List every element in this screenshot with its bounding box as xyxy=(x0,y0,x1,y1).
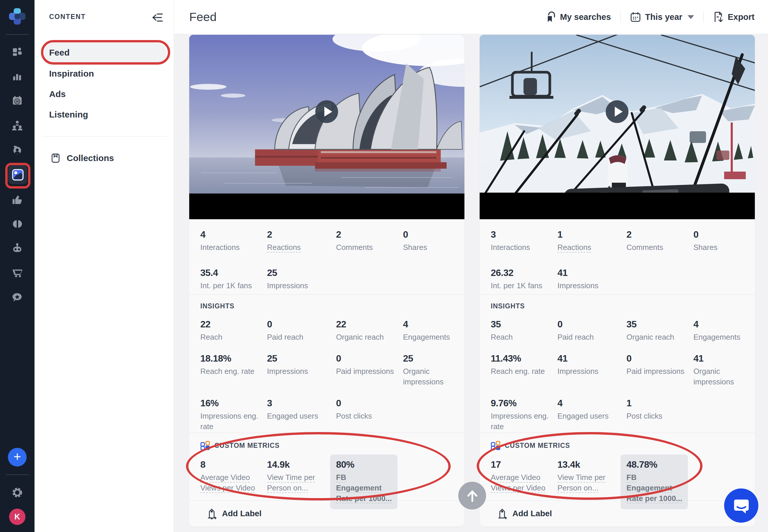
sidebar-item-commerce[interactable] xyxy=(0,266,34,280)
opera-house-artwork xyxy=(189,35,465,219)
metric-label: Paid impressions xyxy=(336,366,399,377)
custom-metrics-icon xyxy=(491,441,501,450)
metric-value: 80% xyxy=(336,459,392,470)
review-star-bubble-icon xyxy=(11,292,23,303)
video-thumbnail-opera-house[interactable] xyxy=(189,35,465,219)
metric-label: Paid impressions xyxy=(627,366,689,377)
collapse-arrow-icon xyxy=(151,13,163,23)
metric-label: Engaged users xyxy=(267,411,332,422)
metric-label: Interactions xyxy=(491,242,553,253)
sidebar-item-feed[interactable]: Feed xyxy=(44,43,167,63)
metric-value: 0 xyxy=(403,229,450,240)
insight-engagements: 4Engagements xyxy=(693,319,744,343)
gear-icon xyxy=(11,486,24,499)
metric-impressions: 25 Impressions xyxy=(267,267,336,291)
date-range-label: This year xyxy=(645,12,682,22)
ski-resort-artwork xyxy=(480,35,755,219)
metric-label[interactable]: Average Video Views per Video xyxy=(200,472,263,493)
metric-value: 17 xyxy=(491,459,553,470)
play-button[interactable] xyxy=(606,100,629,123)
sidebar-item-content-active[interactable] xyxy=(8,165,27,184)
metric-label: Engaged users xyxy=(558,411,622,422)
sidebar-item-engage[interactable] xyxy=(0,143,34,157)
create-post-button[interactable]: + xyxy=(8,448,27,467)
metric-value: 25 xyxy=(267,267,332,278)
post-card: 3 Interactions 1 Reactions 2 Comments 0 … xyxy=(480,35,755,526)
sidebar-item-collections[interactable]: Collections xyxy=(50,148,167,168)
cart-icon xyxy=(11,267,23,279)
add-label-text: Add Label xyxy=(513,509,552,518)
sidebar-item-bot[interactable] xyxy=(0,241,34,255)
export-icon xyxy=(713,11,724,23)
chat-launcher-button[interactable] xyxy=(724,488,758,523)
sidebar-item-inspiration[interactable]: Inspiration xyxy=(44,64,167,84)
sidebar-item-listening[interactable]: Listening xyxy=(44,105,167,125)
nav-divider xyxy=(42,136,168,137)
insight-reach-eng-rate: 18.18%Reach eng. rate xyxy=(200,353,267,387)
header-separator xyxy=(703,11,704,23)
metric-value: 26.32 xyxy=(491,267,553,278)
app-logo[interactable] xyxy=(0,7,34,26)
sidebar-item-audience[interactable] xyxy=(0,119,34,133)
custom-metric-fb-engagement-rate[interactable]: 48.78% FB Engagement Rate per 1000... xyxy=(621,455,688,509)
metric-label[interactable]: FB Engagement Rate per 1000... xyxy=(627,472,683,504)
insight-engaged-users: 3Engaged users xyxy=(267,398,336,432)
my-searches-button[interactable]: My searches xyxy=(546,11,611,23)
sidebar-item-ads[interactable]: Ads xyxy=(44,84,167,104)
metric-label: Organic impressions xyxy=(693,366,740,387)
nav-item-label: Feed xyxy=(49,48,70,58)
metric-label: Post clicks xyxy=(627,411,689,422)
metric-interactions: 4 Interactions xyxy=(200,229,267,253)
post-card: 4 Interactions 2 Reactions 2 Comments 0 … xyxy=(189,35,465,526)
settings-button[interactable] xyxy=(0,486,34,500)
export-button[interactable]: Export xyxy=(713,11,755,23)
summary-metrics-section: 3 Interactions 1 Reactions 2 Comments 0 … xyxy=(480,219,755,295)
sidebar-item-like[interactable] xyxy=(0,193,34,207)
arrow-up-icon xyxy=(465,488,480,503)
metric-value: 16% xyxy=(200,398,263,409)
metric-label[interactable]: FB Engagement Rate per 1000... xyxy=(336,472,392,504)
clover-logo-icon xyxy=(8,8,26,25)
sidebar-item-dashboard[interactable] xyxy=(0,45,34,59)
metric-value: 14.9k xyxy=(267,459,332,470)
metric-interactions: 3 Interactions xyxy=(491,229,558,253)
play-button[interactable] xyxy=(315,100,338,123)
metric-comments: 2 Comments xyxy=(627,229,693,253)
sidebar-item-analytics[interactable] xyxy=(0,69,34,83)
metric-value: 35.4 xyxy=(200,267,263,278)
collapse-sidebar-button[interactable] xyxy=(151,11,164,24)
metric-value: 35 xyxy=(491,319,553,330)
date-range-dropdown[interactable]: This year xyxy=(630,11,694,23)
metric-label: Shares xyxy=(693,242,740,253)
metric-label[interactable]: Average Video Views per Video xyxy=(491,472,553,493)
metric-value: 4 xyxy=(558,398,622,409)
metric-value: 0 xyxy=(558,319,622,330)
metric-value: 1 xyxy=(627,398,689,409)
main-area: Feed My searches This year xyxy=(174,0,768,532)
metric-value: 2 xyxy=(267,229,332,240)
metric-label: Impressions eng. rate xyxy=(200,411,263,432)
sidebar-item-reviews[interactable] xyxy=(0,291,34,305)
insight-paid-reach: 0Paid reach xyxy=(558,319,627,343)
metric-label[interactable]: Reactions xyxy=(558,242,591,253)
metric-label: Impressions xyxy=(558,366,622,377)
metric-value: 35 xyxy=(627,319,689,330)
header-separator xyxy=(620,11,621,23)
sidebar-item-calendar[interactable]: 30 xyxy=(0,94,34,108)
svg-text:30: 30 xyxy=(15,100,19,103)
scroll-to-top-button[interactable] xyxy=(458,482,486,509)
video-thumbnail-ski-resort[interactable] xyxy=(480,35,755,219)
add-label-tag-icon xyxy=(206,508,217,519)
metric-label[interactable]: View Time per Person on... xyxy=(558,472,622,493)
metric-label[interactable]: Reactions xyxy=(267,242,301,253)
metric-value: 0 xyxy=(336,353,399,364)
metric-value: 4 xyxy=(403,319,450,330)
avatar[interactable]: K xyxy=(9,509,25,525)
sidebar-item-listen[interactable] xyxy=(0,217,34,231)
custom-metric-avg-video-views: 17 Average Video Views per Video xyxy=(491,459,558,509)
custom-metric-fb-engagement-rate[interactable]: 80% FB Engagement Rate per 1000... xyxy=(330,455,398,509)
metric-label: Reach xyxy=(200,332,263,343)
metric-label[interactable]: View Time per Person on... xyxy=(267,472,332,493)
my-searches-label: My searches xyxy=(560,12,611,22)
insight-paid-impressions: 0Paid impressions xyxy=(336,353,403,387)
